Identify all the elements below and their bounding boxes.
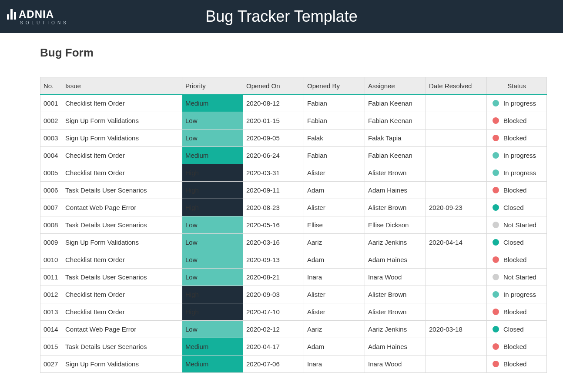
cell-opened-by: Fabian	[304, 112, 365, 130]
cell-opened-by: Alister	[304, 164, 365, 182]
cell-opened-on: 2020-05-16	[243, 216, 304, 234]
cell-issue: Checklist Item Order	[62, 164, 182, 182]
cell-status: Not Started	[487, 216, 547, 234]
cell-issue: Task Details User Scenarios	[62, 182, 182, 199]
cell-opened-on: 2020-08-21	[243, 269, 304, 286]
cell-issue: Sign Up Form Validations	[62, 112, 182, 130]
cell-priority: Medium	[182, 338, 243, 355]
status-label: In progress	[503, 100, 536, 107]
table-row: 0004Checklist Item OrderMedium2020-06-24…	[40, 147, 547, 164]
col-header-date-resolved: Date Resolved	[426, 77, 487, 95]
cell-status: In progress	[487, 286, 547, 303]
status-label: Not Started	[503, 273, 536, 281]
cell-status: Blocked	[487, 251, 547, 269]
cell-issue: Contact Web Page Error	[62, 321, 182, 338]
table-row: 0010Checklist Item OrderLow2020-09-13Ada…	[40, 251, 547, 269]
cell-opened-by: Falak	[304, 130, 365, 147]
logo: ADNIA SOLUTIONS	[7, 8, 69, 25]
status-dot-icon	[493, 326, 499, 332]
cell-assignee: Inara Wood	[365, 269, 426, 286]
cell-date-resolved	[426, 355, 487, 373]
table-row: 0002Sign Up Form ValidationsLow2020-01-1…	[40, 112, 547, 130]
status-label: In progress	[503, 291, 536, 298]
cell-assignee: Adam Haines	[365, 338, 426, 355]
cell-priority: Low	[182, 234, 243, 251]
cell-status: Closed	[487, 199, 547, 216]
status-dot-icon	[493, 117, 499, 124]
cell-opened-on: 2020-08-12	[243, 95, 304, 112]
status-label: Closed	[503, 239, 524, 246]
cell-issue: Checklist Item Order	[62, 147, 182, 164]
cell-opened-on: 2020-03-31	[243, 164, 304, 182]
page-title: Bug Tracker Template	[0, 7, 563, 26]
cell-status: Closed	[487, 234, 547, 251]
cell-opened-by: Alister	[304, 199, 365, 216]
cell-date-resolved	[426, 286, 487, 303]
table-row: 0015Task Details User ScenariosMedium202…	[40, 338, 547, 355]
status-dot-icon	[493, 256, 499, 263]
bug-table: No. Issue Priority Opened On Opened By A…	[40, 77, 547, 373]
cell-status: Blocked	[487, 355, 547, 373]
cell-priority: Low	[182, 112, 243, 130]
cell-issue: Checklist Item Order	[62, 286, 182, 303]
table-row: 0012Checklist Item OrderHigh2020-09-03Al…	[40, 286, 547, 303]
cell-priority: Low	[182, 321, 243, 338]
cell-assignee: Fabian Keenan	[365, 147, 426, 164]
cell-assignee: Fabian Keenan	[365, 112, 426, 130]
cell-opened-on: 2020-09-13	[243, 251, 304, 269]
status-label: In progress	[503, 169, 536, 176]
table-row: 0009Sign Up Form ValidationsLow2020-03-1…	[40, 234, 547, 251]
cell-issue: Sign Up Form Validations	[62, 355, 182, 373]
status-dot-icon	[493, 169, 499, 176]
cell-assignee: Alister Brown	[365, 303, 426, 321]
cell-issue: Checklist Item Order	[62, 303, 182, 321]
status-label: Blocked	[503, 308, 526, 316]
table-row: 0014Contact Web Page ErrorLow2020-02-12A…	[40, 321, 547, 338]
cell-priority: High	[182, 286, 243, 303]
logo-bars-icon	[7, 9, 16, 20]
cell-issue: Sign Up Form Validations	[62, 130, 182, 147]
cell-date-resolved	[426, 147, 487, 164]
cell-assignee: Aariz Jenkins	[365, 234, 426, 251]
cell-issue: Checklist Item Order	[62, 251, 182, 269]
status-dot-icon	[493, 222, 499, 228]
cell-issue: Task Details User Scenarios	[62, 269, 182, 286]
status-dot-icon	[493, 274, 499, 280]
cell-date-resolved: 2020-04-14	[426, 234, 487, 251]
cell-no: 0011	[40, 269, 62, 286]
cell-priority: Low	[182, 216, 243, 234]
cell-priority: Medium	[182, 355, 243, 373]
cell-date-resolved	[426, 95, 487, 112]
cell-opened-on: 2020-07-06	[243, 355, 304, 373]
status-label: Blocked	[503, 360, 526, 368]
cell-opened-on: 2020-09-11	[243, 182, 304, 199]
logo-subtext: SOLUTIONS	[20, 20, 69, 25]
cell-date-resolved	[426, 112, 487, 130]
cell-date-resolved	[426, 303, 487, 321]
table-row: 0027Sign Up Form ValidationsMedium2020-0…	[40, 355, 547, 373]
cell-no: 0013	[40, 303, 62, 321]
table-header-row: No. Issue Priority Opened On Opened By A…	[40, 77, 547, 95]
cell-date-resolved	[426, 251, 487, 269]
table-row: 0001Checklist Item OrderMedium2020-08-12…	[40, 95, 547, 112]
cell-priority: Medium	[182, 147, 243, 164]
cell-priority: Medium	[182, 95, 243, 112]
table-row: 0003Sign Up Form ValidationsLow2020-09-0…	[40, 130, 547, 147]
col-header-assignee: Assignee	[365, 77, 426, 95]
cell-no: 0001	[40, 95, 62, 112]
status-dot-icon	[493, 204, 499, 211]
cell-date-resolved: 2020-03-18	[426, 321, 487, 338]
cell-status: Blocked	[487, 130, 547, 147]
cell-no: 0007	[40, 199, 62, 216]
cell-opened-on: 2020-02-12	[243, 321, 304, 338]
status-label: Closed	[503, 204, 524, 211]
status-label: Not Started	[503, 221, 536, 229]
col-header-opened-by: Opened By	[304, 77, 365, 95]
table-row: 0013Checklist Item OrderHigh2020-07-10Al…	[40, 303, 547, 321]
cell-assignee: Falak Tapia	[365, 130, 426, 147]
cell-priority: High	[182, 199, 243, 216]
cell-date-resolved	[426, 164, 487, 182]
status-label: In progress	[503, 152, 536, 159]
cell-opened-on: 2020-07-10	[243, 303, 304, 321]
table-row: 0008Task Details User ScenariosLow2020-0…	[40, 216, 547, 234]
